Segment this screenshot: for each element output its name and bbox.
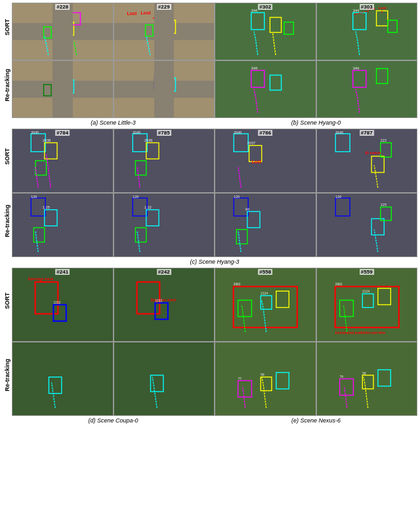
svg-text:421: 421 [53,13,60,17]
retrack-786: 120 94 [215,193,316,257]
grid-c: #241 Spurious track 1152 [12,268,417,416]
frame-label-303: #303 [360,4,374,10]
svg-rect-7 [166,20,175,33]
svg-text:344: 344 [251,9,258,12]
retrack-559: 74 56 [316,342,418,416]
sort-row-c: #241 Spurious track 1152 [12,268,417,342]
retrack-558: 77 56 [215,342,316,416]
svg-text:Spurious track: Spurious track [28,277,54,281]
frame-241: #241 Spurious track 1152 [12,268,114,342]
retrack-row-a: 421 421 [12,60,417,118]
svg-rect-17 [376,10,387,26]
caption-a1: (a) Scene Little-3 [12,119,215,126]
svg-text:344: 344 [352,9,359,12]
sort-row-b: #784 2045 2038 [12,129,417,193]
caption-b: (c) Scene Hyang-3 [12,258,417,265]
retrack-784: 120 1.25 [12,193,114,257]
svg-rect-37 [31,134,45,152]
section-a: SORT Re-tracking #228 [3,3,417,127]
svg-text:Inconsistent prediction over t: Inconsistent prediction over time [335,331,385,335]
frame-242: #242 Spurious track 1162 [114,268,215,342]
svg-rect-13 [270,18,281,33]
svg-text:1.22: 1.22 [144,205,152,209]
svg-rect-42 [133,134,147,152]
svg-text:2038: 2038 [43,138,51,142]
svg-text:94: 94 [245,207,249,211]
retrack-row-c: 77 56 [12,342,417,416]
svg-text:2038: 2038 [144,138,152,142]
svg-rect-25 [64,80,74,93]
svg-text:Lost: Lost [252,159,262,164]
svg-text:120: 120 [234,195,240,199]
section-b: SORT Re-tracking #784 [3,129,417,266]
sort-label-a: SORT [3,19,12,35]
caption-a2: (b) Scene Hyang-0 [215,119,417,126]
svg-rect-38 [45,143,57,159]
label-column-a: SORT Re-tracking [3,3,12,118]
svg-rect-52 [335,134,350,152]
svg-text:519: 519 [64,18,71,22]
svg-text:2045: 2045 [31,131,39,134]
svg-rect-104 [261,377,272,391]
svg-rect-60 [33,228,44,242]
svg-text:77: 77 [238,377,242,380]
svg-text:2045: 2045 [234,131,242,134]
svg-text:421: 421 [154,69,161,73]
frame-label-242: #242 [157,269,171,275]
svg-rect-8 [145,25,152,36]
retrack-303: 344 [316,60,418,118]
svg-rect-24 [53,75,64,91]
svg-rect-54 [380,143,390,157]
frame-label-229: #229 [157,4,171,10]
svg-text:1162: 1162 [155,299,162,302]
frame-784: #784 2045 2038 [12,129,114,193]
svg-text:344: 344 [251,66,258,70]
retrack-228: 421 [12,60,114,118]
svg-rect-97 [377,289,390,305]
svg-rect-110 [377,370,390,386]
svg-text:421: 421 [154,13,161,17]
svg-rect-2 [44,27,51,38]
svg-rect-29 [166,78,175,91]
svg-rect-69 [247,211,260,228]
svg-text:2062: 2062 [234,283,241,286]
svg-text:1.25: 1.25 [43,205,50,209]
svg-text:2124: 2124 [362,290,369,293]
svg-rect-39 [35,161,46,175]
svg-rect-105 [276,373,289,389]
svg-text:2062: 2062 [335,283,342,286]
svg-text:2045: 2045 [133,131,140,134]
svg-rect-53 [371,156,384,173]
svg-text:2045: 2045 [335,131,343,134]
caption-c2: (e) Scene Nexus-6 [215,417,417,424]
frame-label-784: #784 [55,130,70,136]
svg-text:125: 125 [380,203,386,207]
svg-text:2037: 2037 [247,141,255,145]
svg-text:421: 421 [53,71,60,75]
frame-label-787: #787 [360,130,374,136]
svg-rect-59 [45,210,57,226]
frame-786: #786 Lost 2045 2037 [215,129,316,193]
svg-rect-74 [371,218,384,235]
frame-label-228: #228 [55,4,70,10]
svg-text:Lost: Lost [140,10,151,16]
retrack-241 [12,342,114,416]
svg-rect-43 [146,143,158,159]
svg-rect-91 [276,291,289,308]
svg-rect-96 [362,294,373,308]
svg-text:222: 222 [380,138,386,142]
svg-text:2124: 2124 [261,292,268,295]
frame-559: #559 Inconsistent prediction over time [316,268,418,342]
retracking-label-c: Re-tracking [3,359,12,392]
caption-c1: (d) Scene Coupa-0 [12,417,215,424]
svg-text:Lost: Lost [378,6,386,10]
svg-rect-89 [238,300,252,317]
caption-row-a: (a) Scene Little-3 (b) Scene Hyang-0 [12,118,417,127]
svg-rect-28 [154,73,167,91]
svg-rect-0 [53,18,64,33]
retrack-229: 421 [114,60,215,118]
svg-rect-3 [72,12,81,25]
frame-228: #228 [12,3,114,60]
frame-label-559: #559 [360,269,374,275]
frame-229: #229 Lost Lost [114,3,215,60]
